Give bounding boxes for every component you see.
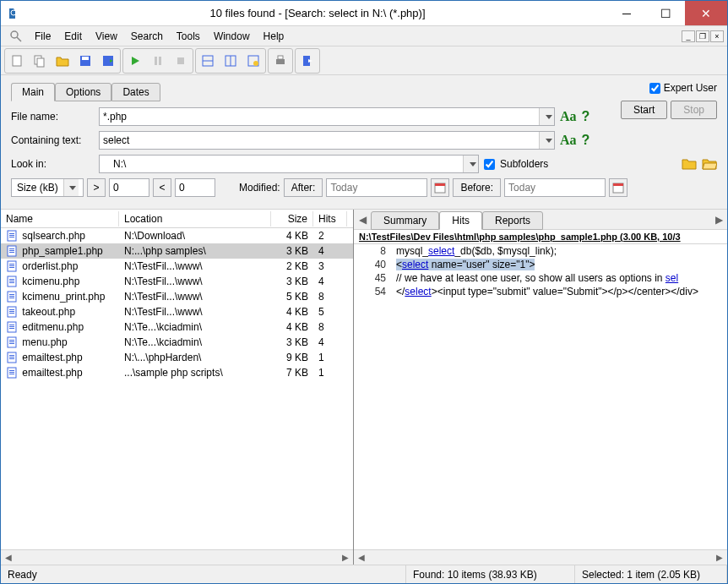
status-ready: Ready: [1, 565, 406, 583]
layout2-button[interactable]: [220, 50, 242, 72]
code-line[interactable]: 8mysql_select_db($db, $mysql_link);: [354, 244, 727, 258]
case-icon[interactable]: Aa: [560, 109, 577, 124]
folder-open-icon[interactable]: [702, 157, 717, 171]
help-icon[interactable]: ?: [582, 109, 590, 124]
code-line[interactable]: 45 // we have at least one user, so show…: [354, 271, 727, 285]
col-hits[interactable]: Hits: [313, 211, 347, 227]
filename-dropdown[interactable]: [539, 108, 554, 125]
calendar-icon[interactable]: [431, 178, 449, 197]
containing-input[interactable]: [99, 131, 555, 150]
exit-button[interactable]: [296, 50, 318, 72]
col-location[interactable]: Location: [119, 211, 271, 227]
col-name[interactable]: Name: [1, 211, 119, 227]
play-button[interactable]: [124, 50, 146, 72]
lookin-input[interactable]: [99, 155, 479, 173]
result-row[interactable]: menu.phpN:\Te...\kciadmin\3 KB4: [1, 335, 353, 350]
result-row[interactable]: orderlist.phpN:\TestFil...\www\2 KB3: [1, 259, 353, 274]
after-field[interactable]: [326, 178, 427, 197]
subfolders-checkbox[interactable]: [484, 159, 495, 170]
svg-rect-11: [177, 57, 184, 64]
result-row[interactable]: editmenu.phpN:\Te...\kciadmin\4 KB8: [1, 319, 353, 335]
tab-options[interactable]: Options: [55, 83, 111, 101]
h-scrollbar[interactable]: ◀▶: [354, 549, 727, 565]
tab-main[interactable]: Main: [11, 83, 55, 101]
result-row[interactable]: sqlsearch.phpN:\Download\4 KB2: [1, 228, 353, 243]
size-unit-combo[interactable]: Size (kB): [11, 178, 84, 197]
svg-rect-28: [9, 237, 14, 237]
calendar-icon[interactable]: [609, 178, 627, 197]
svg-rect-51: [9, 326, 14, 327]
layout1-button[interactable]: [197, 50, 219, 72]
before-button[interactable]: Before:: [453, 178, 501, 197]
svg-rect-9: [155, 57, 157, 65]
close-button[interactable]: ✕: [685, 1, 727, 25]
copy-button[interactable]: [29, 50, 51, 72]
svg-rect-36: [9, 267, 14, 268]
tab-summary[interactable]: Summary: [371, 211, 439, 230]
code-line[interactable]: 40<select name="user" size="1">: [354, 258, 727, 271]
size-min[interactable]: [109, 178, 149, 197]
case-icon[interactable]: Aa: [560, 133, 577, 148]
tab-hits[interactable]: Hits: [439, 211, 482, 230]
menu-view[interactable]: View: [89, 29, 124, 44]
folder-icon[interactable]: [682, 157, 697, 171]
export-button[interactable]: [97, 50, 119, 72]
svg-rect-3: [13, 56, 21, 66]
result-row[interactable]: php_sample1.phpN:...\php samples\3 KB4: [1, 243, 353, 259]
results-list[interactable]: sqlsearch.phpN:\Download\4 KB2 php_sampl…: [1, 228, 353, 549]
code-line[interactable]: 54</select><input type="submit" value="S…: [354, 285, 727, 298]
new-button[interactable]: [6, 50, 28, 72]
size-max[interactable]: [175, 178, 215, 197]
maximize-button[interactable]: ☐: [646, 1, 685, 25]
expert-label: Expert User: [664, 82, 717, 94]
app-icon: [8, 7, 21, 20]
search-icon: [9, 30, 23, 43]
tab-dates[interactable]: Dates: [111, 83, 160, 101]
stop-button[interactable]: [170, 50, 192, 72]
svg-rect-30: [9, 248, 14, 249]
prev-arrow[interactable]: ◀: [354, 214, 371, 226]
menu-tools[interactable]: Tools: [170, 29, 207, 44]
result-row[interactable]: takeout.phpN:\TestFil...\www\4 KB5: [1, 304, 353, 319]
gt-button[interactable]: >: [87, 178, 106, 197]
results-pane: Name Location Size Hits sqlsearch.phpN:\…: [1, 210, 354, 565]
print-button[interactable]: [269, 50, 291, 72]
menu-file[interactable]: File: [28, 29, 57, 44]
result-row[interactable]: emailtest.php...\sample php scripts\7 KB…: [1, 365, 353, 380]
result-row[interactable]: emailtest.phpN:\...\phpHarden\9 KB1: [1, 350, 353, 365]
menu-window[interactable]: Window: [207, 29, 257, 44]
next-arrow[interactable]: ▶: [710, 214, 727, 226]
pause-button[interactable]: [147, 50, 169, 72]
svg-rect-7: [82, 57, 89, 60]
preview-content[interactable]: 8mysql_select_db($db, $mysql_link);40<se…: [354, 244, 727, 549]
mdi-close[interactable]: ×: [710, 30, 724, 42]
filename-input[interactable]: [99, 107, 555, 126]
mdi-restore[interactable]: ❐: [696, 30, 709, 42]
svg-point-17: [253, 61, 258, 66]
result-row[interactable]: kcimenu.phpN:\TestFil...\www\3 KB4: [1, 274, 353, 289]
tab-reports[interactable]: Reports: [482, 211, 543, 230]
lookin-dropdown[interactable]: [463, 156, 478, 172]
expert-checkbox[interactable]: [649, 83, 660, 94]
svg-rect-58: [9, 355, 14, 356]
open-button[interactable]: [52, 50, 73, 72]
mdi-minimize[interactable]: _: [682, 30, 695, 42]
before-field[interactable]: [504, 178, 606, 197]
h-scrollbar[interactable]: ◀▶: [1, 549, 353, 565]
filename-label: File name:: [11, 111, 94, 123]
svg-rect-55: [9, 341, 14, 342]
menu-help[interactable]: Help: [257, 29, 291, 44]
refresh-button[interactable]: [242, 50, 264, 72]
col-size[interactable]: Size: [271, 211, 313, 227]
containing-dropdown[interactable]: [539, 132, 554, 149]
after-button[interactable]: After:: [284, 178, 323, 197]
save-button[interactable]: [74, 50, 96, 72]
menu-search[interactable]: Search: [124, 29, 170, 44]
start-button[interactable]: Start: [621, 101, 667, 119]
menu-edit[interactable]: Edit: [57, 29, 89, 44]
help-icon[interactable]: ?: [582, 133, 590, 148]
svg-rect-10: [159, 57, 161, 65]
minimize-button[interactable]: ─: [607, 1, 646, 25]
lt-button[interactable]: <: [153, 178, 171, 197]
result-row[interactable]: kcimenu_print.phpN:\TestFil...\www\5 KB8: [1, 289, 353, 304]
